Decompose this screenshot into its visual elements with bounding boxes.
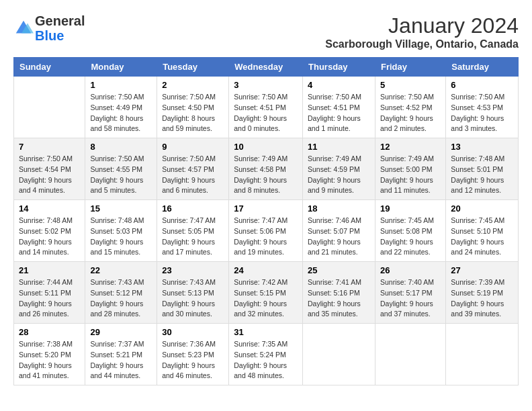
day-number: 13 xyxy=(451,142,513,152)
logo-text: General Blue xyxy=(35,13,85,43)
day-info: Sunrise: 7:50 AMSunset: 4:55 PMDaylight:… xyxy=(90,154,152,196)
day-number: 20 xyxy=(451,203,513,214)
calendar-cell: 11Sunrise: 7:49 AMSunset: 4:59 PMDayligh… xyxy=(303,138,375,200)
day-info: Sunrise: 7:48 AMSunset: 5:02 PMDaylight:… xyxy=(19,216,80,258)
day-number: 17 xyxy=(234,203,298,214)
day-number: 16 xyxy=(162,203,224,214)
calendar-cell: 7Sunrise: 7:50 AMSunset: 4:54 PMDaylight… xyxy=(14,138,85,200)
day-number: 15 xyxy=(90,203,152,214)
week-row-4: 21Sunrise: 7:44 AMSunset: 5:11 PMDayligh… xyxy=(14,262,519,324)
header-sunday: Sunday xyxy=(14,58,85,77)
day-number: 14 xyxy=(19,203,80,214)
day-info: Sunrise: 7:49 AMSunset: 4:58 PMDaylight:… xyxy=(234,154,298,196)
day-number: 1 xyxy=(90,80,152,90)
day-info: Sunrise: 7:38 AMSunset: 5:20 PMDaylight:… xyxy=(19,339,80,381)
day-info: Sunrise: 7:47 AMSunset: 5:05 PMDaylight:… xyxy=(162,216,224,258)
calendar-cell: 23Sunrise: 7:43 AMSunset: 5:13 PMDayligh… xyxy=(157,262,229,324)
day-number: 10 xyxy=(234,142,298,152)
day-info: Sunrise: 7:50 AMSunset: 4:50 PMDaylight:… xyxy=(162,92,224,134)
logo-icon xyxy=(13,18,34,38)
day-number: 23 xyxy=(162,265,224,275)
day-info: Sunrise: 7:49 AMSunset: 5:00 PMDaylight:… xyxy=(380,154,441,196)
day-info: Sunrise: 7:44 AMSunset: 5:11 PMDaylight:… xyxy=(19,277,80,320)
day-info: Sunrise: 7:46 AMSunset: 5:07 PMDaylight:… xyxy=(308,216,370,258)
calendar-cell: 3Sunrise: 7:50 AMSunset: 4:51 PMDaylight… xyxy=(229,77,303,138)
day-number: 19 xyxy=(380,203,441,214)
header: General Blue January 2024 Scarborough Vi… xyxy=(13,13,519,50)
day-number: 29 xyxy=(90,327,152,337)
header-tuesday: Tuesday xyxy=(157,58,229,77)
day-info: Sunrise: 7:50 AMSunset: 4:53 PMDaylight:… xyxy=(451,92,513,134)
calendar-cell xyxy=(375,324,445,385)
calendar-header: Sunday Monday Tuesday Wednesday Thursday… xyxy=(14,58,519,77)
day-info: Sunrise: 7:50 AMSunset: 4:52 PMDaylight:… xyxy=(380,92,441,134)
day-info: Sunrise: 7:41 AMSunset: 5:16 PMDaylight:… xyxy=(308,277,370,320)
day-info: Sunrise: 7:35 AMSunset: 5:24 PMDaylight:… xyxy=(234,339,298,381)
calendar-cell xyxy=(14,77,85,138)
main-title: January 2024 xyxy=(325,13,519,38)
calendar-cell xyxy=(446,324,519,385)
calendar-cell: 18Sunrise: 7:46 AMSunset: 5:07 PMDayligh… xyxy=(303,200,375,262)
week-row-3: 14Sunrise: 7:48 AMSunset: 5:02 PMDayligh… xyxy=(14,200,519,262)
calendar-cell: 15Sunrise: 7:48 AMSunset: 5:03 PMDayligh… xyxy=(85,200,157,262)
calendar-cell: 30Sunrise: 7:36 AMSunset: 5:23 PMDayligh… xyxy=(157,324,229,385)
day-number: 25 xyxy=(308,265,370,275)
calendar-cell xyxy=(303,324,375,385)
day-info: Sunrise: 7:50 AMSunset: 4:51 PMDaylight:… xyxy=(308,92,370,134)
calendar-cell: 24Sunrise: 7:42 AMSunset: 5:15 PMDayligh… xyxy=(229,262,303,324)
day-info: Sunrise: 7:43 AMSunset: 5:13 PMDaylight:… xyxy=(162,277,224,320)
calendar-cell: 6Sunrise: 7:50 AMSunset: 4:53 PMDaylight… xyxy=(446,77,519,138)
calendar-cell: 31Sunrise: 7:35 AMSunset: 5:24 PMDayligh… xyxy=(229,324,303,385)
day-number: 3 xyxy=(234,80,298,90)
calendar-cell: 25Sunrise: 7:41 AMSunset: 5:16 PMDayligh… xyxy=(303,262,375,324)
day-number: 26 xyxy=(380,265,441,275)
day-info: Sunrise: 7:48 AMSunset: 5:01 PMDaylight:… xyxy=(451,154,513,196)
week-row-1: 1Sunrise: 7:50 AMSunset: 4:49 PMDaylight… xyxy=(14,77,519,138)
day-number: 12 xyxy=(380,142,441,152)
calendar-cell: 16Sunrise: 7:47 AMSunset: 5:05 PMDayligh… xyxy=(157,200,229,262)
day-info: Sunrise: 7:50 AMSunset: 4:54 PMDaylight:… xyxy=(19,154,80,196)
day-info: Sunrise: 7:50 AMSunset: 4:57 PMDaylight:… xyxy=(162,154,224,196)
week-row-2: 7Sunrise: 7:50 AMSunset: 4:54 PMDaylight… xyxy=(14,138,519,200)
calendar-cell: 9Sunrise: 7:50 AMSunset: 4:57 PMDaylight… xyxy=(157,138,229,200)
logo: General Blue xyxy=(13,13,85,43)
day-info: Sunrise: 7:39 AMSunset: 5:19 PMDaylight:… xyxy=(451,277,513,320)
header-row: Sunday Monday Tuesday Wednesday Thursday… xyxy=(14,58,519,77)
week-row-5: 28Sunrise: 7:38 AMSunset: 5:20 PMDayligh… xyxy=(14,324,519,385)
day-info: Sunrise: 7:45 AMSunset: 5:08 PMDaylight:… xyxy=(380,216,441,258)
calendar-cell: 27Sunrise: 7:39 AMSunset: 5:19 PMDayligh… xyxy=(446,262,519,324)
day-number: 18 xyxy=(308,203,370,214)
day-number: 7 xyxy=(19,142,80,152)
day-info: Sunrise: 7:50 AMSunset: 4:51 PMDaylight:… xyxy=(234,92,298,134)
calendar-cell: 19Sunrise: 7:45 AMSunset: 5:08 PMDayligh… xyxy=(375,200,445,262)
calendar-cell: 10Sunrise: 7:49 AMSunset: 4:58 PMDayligh… xyxy=(229,138,303,200)
day-number: 8 xyxy=(90,142,152,152)
day-number: 2 xyxy=(162,80,224,90)
day-info: Sunrise: 7:48 AMSunset: 5:03 PMDaylight:… xyxy=(90,216,152,258)
header-monday: Monday xyxy=(85,58,157,77)
day-number: 9 xyxy=(162,142,224,152)
day-number: 27 xyxy=(451,265,513,275)
day-number: 11 xyxy=(308,142,370,152)
calendar-table: Sunday Monday Tuesday Wednesday Thursday… xyxy=(13,57,519,385)
title-section: January 2024 Scarborough Village, Ontari… xyxy=(325,13,519,50)
calendar-cell: 5Sunrise: 7:50 AMSunset: 4:52 PMDaylight… xyxy=(375,77,445,138)
day-info: Sunrise: 7:42 AMSunset: 5:15 PMDaylight:… xyxy=(234,277,298,320)
day-info: Sunrise: 7:40 AMSunset: 5:17 PMDaylight:… xyxy=(380,277,441,320)
day-number: 4 xyxy=(308,80,370,90)
day-info: Sunrise: 7:43 AMSunset: 5:12 PMDaylight:… xyxy=(90,277,152,320)
calendar-cell: 17Sunrise: 7:47 AMSunset: 5:06 PMDayligh… xyxy=(229,200,303,262)
day-number: 28 xyxy=(19,327,80,337)
calendar-cell: 26Sunrise: 7:40 AMSunset: 5:17 PMDayligh… xyxy=(375,262,445,324)
calendar-cell: 2Sunrise: 7:50 AMSunset: 4:50 PMDaylight… xyxy=(157,77,229,138)
day-info: Sunrise: 7:36 AMSunset: 5:23 PMDaylight:… xyxy=(162,339,224,381)
header-friday: Friday xyxy=(375,58,445,77)
day-number: 6 xyxy=(451,80,513,90)
calendar-cell: 4Sunrise: 7:50 AMSunset: 4:51 PMDaylight… xyxy=(303,77,375,138)
day-info: Sunrise: 7:49 AMSunset: 4:59 PMDaylight:… xyxy=(308,154,370,196)
day-info: Sunrise: 7:37 AMSunset: 5:21 PMDaylight:… xyxy=(90,339,152,381)
day-info: Sunrise: 7:50 AMSunset: 4:49 PMDaylight:… xyxy=(90,92,152,134)
header-saturday: Saturday xyxy=(446,58,519,77)
header-thursday: Thursday xyxy=(303,58,375,77)
calendar-cell: 28Sunrise: 7:38 AMSunset: 5:20 PMDayligh… xyxy=(14,324,85,385)
